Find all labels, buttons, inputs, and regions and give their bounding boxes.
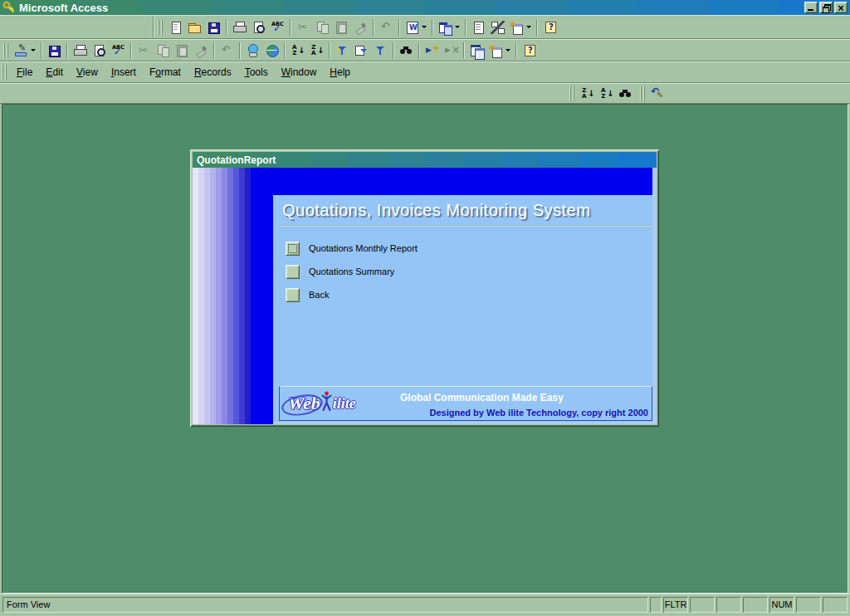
sort-find-toolbar [566,84,637,103]
copy-icon [315,21,330,34]
save-button[interactable] [45,42,64,60]
help-icon [522,44,536,57]
print-preview-icon [92,44,106,57]
footer-credit: Designed by Web ilite Technology, copy r… [430,408,648,418]
help-button[interactable] [520,42,539,60]
properties-button[interactable] [469,18,488,37]
print-button[interactable] [230,18,249,37]
cut-button [294,18,313,37]
find-button[interactable] [397,42,416,60]
web-toolbar-button[interactable] [262,42,281,60]
status-panel-empty [796,597,821,613]
open-button[interactable] [185,18,204,37]
filter-by-form-button[interactable] [352,42,371,60]
close-button[interactable] [834,2,848,13]
undo-typing-button[interactable] [648,85,667,103]
new-button[interactable] [166,18,185,37]
spelling-button[interactable] [268,18,287,37]
decorative-gradient-strip [193,168,273,424]
sort-descending-icon [580,87,594,100]
new-record-button[interactable] [423,42,442,60]
find-icon [399,44,413,57]
restore-button[interactable] [819,2,833,13]
new-record-icon [425,44,439,57]
sort-ascending-button[interactable] [597,85,616,103]
form-action-row: Quotations Monthly Report [286,237,652,260]
print-preview-button[interactable] [249,18,268,37]
form-title: QuotationReport [197,154,276,166]
sort-ascending-icon [599,87,613,100]
form-heading: Quotations, Invoices Monitoring System [282,201,646,220]
undo-typing-icon [651,87,665,100]
sort-descending-button[interactable] [307,42,326,60]
toolbar-separator [329,42,330,59]
undo-toolbar [637,84,669,103]
save-button[interactable] [204,18,223,37]
filter-by-selection-button[interactable] [333,42,352,60]
spelling-button[interactable] [109,42,128,60]
format-painter-button [351,18,370,37]
status-panel-empty [650,597,662,613]
minimize-button[interactable] [804,2,818,13]
help-icon [543,21,557,34]
sort-descending-button[interactable] [578,85,597,103]
apply-filter-icon [374,44,388,57]
print-icon [232,21,247,34]
toolbar-separator [373,19,374,36]
quotations-summary-button[interactable] [286,265,300,279]
analyze-button[interactable] [436,18,462,37]
toolbar-separator [130,42,132,59]
toolbar-separator [239,42,241,59]
app-titlebar[interactable]: Microsoft Access [0,0,850,15]
minimize-icon [808,9,813,11]
menu-records[interactable]: Records [188,64,238,81]
print-preview-button[interactable] [90,42,109,60]
new-object-button[interactable] [486,42,513,60]
menu-help[interactable]: Help [323,64,357,81]
save-icon [207,21,221,34]
menu-view[interactable]: View [70,64,105,81]
toolbar-separator [290,19,291,36]
status-panel-empty [690,597,715,613]
help-button[interactable] [540,18,559,37]
relationships-icon [491,21,505,34]
menu-edit[interactable]: Edit [39,64,70,81]
view-button[interactable] [12,42,38,60]
menu-format[interactable]: Format [143,64,188,81]
menu-tools[interactable]: Tools [238,64,275,81]
analyze-icon [438,21,452,34]
undo-button [217,42,237,60]
menu-window[interactable]: Window [275,64,324,81]
quotations-monthly-report-button[interactable] [286,242,300,256]
find-button[interactable] [616,85,635,103]
dropdown-arrow-icon [422,26,427,28]
toolbar-grip-handle[interactable] [3,43,9,58]
status-indicator-panels: FLTRNUM [650,597,848,613]
copy-button [313,18,332,37]
new-object-button[interactable] [507,18,534,37]
office-links-button[interactable] [403,18,429,37]
print-button[interactable] [71,42,90,60]
menu-grip-handle[interactable] [2,65,7,80]
sort-ascending-button[interactable] [288,42,307,60]
office-links-icon [405,21,419,34]
menu-file[interactable]: File [10,64,39,81]
spelling-icon [111,44,125,57]
delete-record-button [442,42,461,60]
save-icon [47,44,61,57]
copy-icon [156,44,170,57]
apply-filter-button[interactable] [371,42,390,60]
back-button[interactable] [286,288,300,302]
new-icon [169,21,183,34]
toolbar-grip-handle[interactable] [640,86,646,101]
menu-insert[interactable]: Insert [105,64,143,81]
relationships-button[interactable] [488,18,507,37]
insert-hyperlink-button[interactable] [243,42,262,60]
filter-by-selection-icon [335,44,349,57]
toolbar-grip-handle[interactable] [158,20,164,35]
form-titlebar[interactable]: QuotationReport [193,152,657,168]
database-window-button[interactable] [467,42,486,60]
paste-button [332,18,351,37]
toolbar-separator [515,42,517,59]
toolbar-grip-handle[interactable] [569,86,575,101]
